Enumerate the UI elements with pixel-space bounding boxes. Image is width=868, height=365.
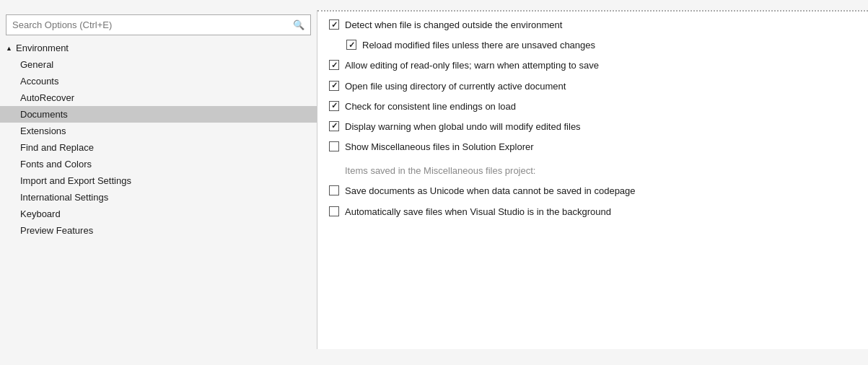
tree-item-label: Documents — [20, 109, 68, 120]
misc-section-label: Items saved in the Miscellaneous files p… — [329, 159, 856, 179]
tree-item-autorecover[interactable]: AutoRecover — [0, 89, 317, 106]
tree-item-accounts[interactable]: Accounts — [0, 73, 317, 89]
search-input[interactable] — [12, 19, 293, 30]
option-label-display-warning-undo: Display warning when global undo will mo… — [345, 120, 581, 133]
option-label-show-misc-files: Show Miscellaneous files in Solution Exp… — [345, 141, 534, 154]
tree-item-label: Keyboard — [20, 208, 61, 219]
tree-item-documents[interactable]: Documents — [0, 106, 317, 123]
option-row-allow-editing-readonly[interactable]: Allow editing of read-only files; warn w… — [329, 58, 856, 74]
option-label-allow-editing-readonly: Allow editing of read-only files; warn w… — [345, 59, 599, 72]
checkbox-save-unicode[interactable] — [329, 185, 339, 195]
tree-item-preview[interactable]: Preview Features — [0, 222, 317, 239]
tree-item-label: International Settings — [20, 192, 108, 203]
tree-item-keyboard[interactable]: Keyboard — [0, 206, 317, 222]
option-label-auto-save: Automatically save files when Visual Stu… — [345, 206, 611, 219]
options-list: Detect when file is changed outside the … — [317, 12, 868, 230]
left-panel: 🔍 ▲EnvironmentGeneralAccountsAutoRecover… — [0, 10, 317, 349]
tree-item-label: Extensions — [20, 126, 66, 136]
search-icon: 🔍 — [293, 19, 304, 30]
tree-item-general[interactable]: General — [0, 56, 317, 73]
triangle-icon: ▲ — [6, 45, 13, 52]
option-row-show-misc-files[interactable]: Show Miscellaneous files in Solution Exp… — [329, 139, 856, 155]
tree-item-import-export[interactable]: Import and Export Settings — [0, 172, 317, 189]
option-row-detect-file-change[interactable]: Detect when file is changed outside the … — [329, 17, 856, 33]
tree-item-fonts-colors[interactable]: Fonts and Colors — [0, 156, 317, 172]
checkbox-detect-file-change[interactable] — [329, 19, 339, 30]
option-row-check-line-endings[interactable]: Check for consistent line endings on loa… — [329, 99, 856, 115]
tree-item-find-replace[interactable]: Find and Replace — [0, 139, 317, 156]
search-box[interactable]: 🔍 — [6, 14, 311, 35]
checkbox-auto-save[interactable] — [329, 206, 339, 216]
option-label-open-file-directory: Open file using directory of currently a… — [345, 80, 566, 93]
tree-item-label: Import and Export Settings — [20, 175, 131, 186]
option-row-open-file-directory[interactable]: Open file using directory of currently a… — [329, 79, 856, 94]
tree-item-label: Environment — [16, 43, 69, 53]
checkbox-allow-editing-readonly[interactable] — [329, 60, 339, 70]
option-row-display-warning-undo[interactable]: Display warning when global undo will mo… — [329, 119, 856, 135]
right-panel: Detect when file is changed outside the … — [317, 10, 868, 349]
option-label-save-unicode: Save documents as Unicode when data cann… — [345, 185, 636, 198]
tree-item-label: Fonts and Colors — [20, 159, 92, 170]
tree-container: ▲EnvironmentGeneralAccountsAutoRecoverDo… — [0, 40, 317, 349]
checkbox-reload-modified[interactable] — [346, 40, 356, 50]
tree-item-label: Accounts — [20, 76, 58, 87]
option-label-detect-file-change: Detect when file is changed outside the … — [345, 19, 562, 32]
tree-item-international[interactable]: International Settings — [0, 189, 317, 206]
option-label-reload-modified: Reload modified files unless there are u… — [362, 39, 595, 52]
checkbox-show-misc-files[interactable] — [329, 141, 339, 151]
option-row-auto-save[interactable]: Automatically save files when Visual Stu… — [329, 204, 856, 220]
checkbox-display-warning-undo[interactable] — [329, 121, 339, 131]
checkbox-check-line-endings[interactable] — [329, 101, 339, 111]
tree-item-extensions[interactable]: Extensions — [0, 123, 317, 139]
checkbox-open-file-directory[interactable] — [329, 81, 339, 91]
tree-item-label: AutoRecover — [20, 92, 74, 103]
tree-item-label: General — [20, 59, 53, 70]
tree-item-environment[interactable]: ▲Environment — [0, 40, 317, 56]
option-row-save-unicode[interactable]: Save documents as Unicode when data cann… — [329, 183, 856, 199]
page-title — [0, 0, 868, 10]
option-row-reload-modified[interactable]: Reload modified files unless there are u… — [329, 38, 856, 53]
tree-item-label: Preview Features — [20, 225, 93, 236]
option-label-check-line-endings: Check for consistent line endings on loa… — [345, 100, 516, 113]
tree-item-label: Find and Replace — [20, 142, 94, 153]
